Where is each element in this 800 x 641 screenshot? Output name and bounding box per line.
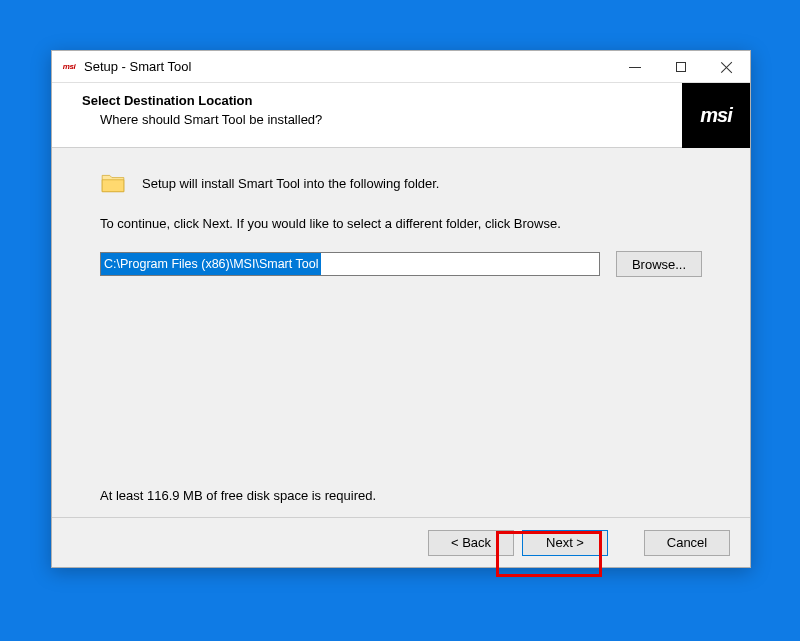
app-icon: msi [60,60,78,74]
page-title: Select Destination Location [82,93,682,108]
titlebar: msi Setup - Smart Tool [52,51,750,83]
destination-path-text: C:\Program Files (x86)\MSI\Smart Tool [101,253,321,275]
setup-window: msi Setup - Smart Tool Select Destinatio… [51,50,751,568]
minimize-button[interactable] [612,51,658,83]
disk-space-label: At least 116.9 MB of free disk space is … [100,488,376,503]
window-controls [612,51,750,82]
wizard-footer: < Back Next > Cancel [52,517,750,567]
folder-icon [100,172,126,194]
window-title: Setup - Smart Tool [84,59,612,74]
instruction-text: To continue, click Next. If you would li… [100,216,702,231]
close-button[interactable] [704,51,750,83]
next-button[interactable]: Next > [522,530,608,556]
back-button[interactable]: < Back [428,530,514,556]
wizard-content: Setup will install Smart Tool into the f… [52,148,750,517]
maximize-button[interactable] [658,51,704,83]
cancel-button[interactable]: Cancel [644,530,730,556]
wizard-header: Select Destination Location Where should… [52,83,750,148]
destination-path-input[interactable]: C:\Program Files (x86)\MSI\Smart Tool [100,252,600,276]
install-folder-label: Setup will install Smart Tool into the f… [142,176,439,191]
brand-logo: msi [682,83,750,148]
page-subtitle: Where should Smart Tool be installed? [82,112,682,127]
browse-button[interactable]: Browse... [616,251,702,277]
